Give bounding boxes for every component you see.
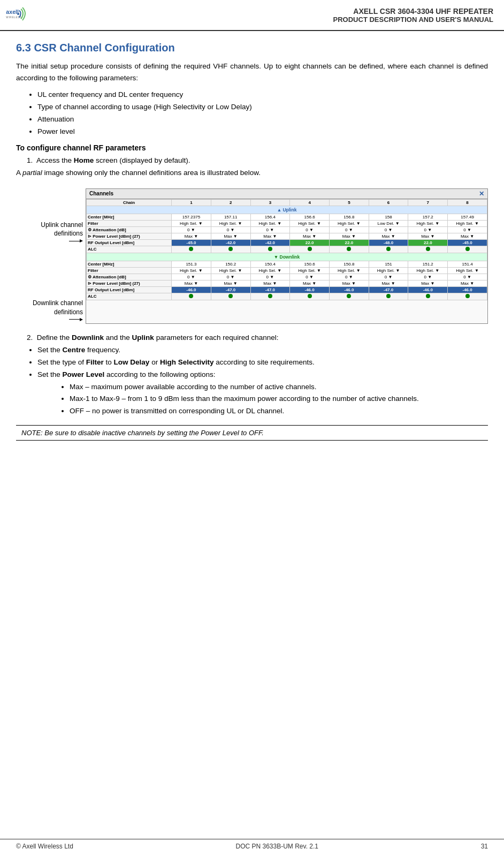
dl-filter-6[interactable]: High Sel. ▼ bbox=[369, 267, 408, 274]
dl-atten-4[interactable]: 0 ▼ bbox=[290, 274, 330, 280]
dl-atten-7[interactable]: 0 ▼ bbox=[408, 274, 448, 280]
dl-atten-6[interactable]: 0 ▼ bbox=[369, 274, 408, 280]
ul-rf-2: -42.0 bbox=[211, 239, 250, 246]
ul-power-2[interactable]: Max ▼ bbox=[211, 233, 250, 239]
step2-pre: Define the bbox=[37, 334, 72, 342]
ul-atten-row: ⚙ Attenuation [dB] 0 ▼ 0 ▼ 0 ▼ 0 ▼ 0 ▼ 0… bbox=[87, 226, 487, 233]
dl-atten-1[interactable]: 0 ▼ bbox=[172, 274, 211, 280]
ul-filter-8[interactable]: High Sel. ▼ bbox=[448, 220, 487, 226]
step2-uplink-bold: Uplink bbox=[132, 334, 154, 342]
ul-atten-label: ⚙ Attenuation [dB] bbox=[87, 226, 172, 233]
ul-power-3[interactable]: Max ▼ bbox=[250, 233, 290, 239]
ul-center-row: Center [MHz] 157.2375 157.11 156.4 156.6… bbox=[87, 214, 487, 220]
s2b2-pre: Set the type of bbox=[37, 358, 86, 366]
ul-power-7[interactable]: Max ▼ bbox=[408, 233, 448, 239]
note-text: NOTE: Be sure to disable inactive channe… bbox=[21, 429, 264, 437]
dl-filter-3[interactable]: High Sel. ▼ bbox=[250, 267, 290, 274]
header-title2: PRODUCT DESCRIPTION AND USER'S MANUAL bbox=[333, 16, 493, 24]
ul-rf-4: 22.0 bbox=[290, 239, 330, 246]
step2-bullet-3: Set the Power Level according to the fol… bbox=[37, 369, 488, 418]
close-icon[interactable]: ✕ bbox=[479, 190, 484, 198]
ul-power-8[interactable]: Max ▼ bbox=[448, 233, 487, 239]
page-header: axell WIRELESS AXELL CSR 3604-3304 UHF R… bbox=[0, 0, 504, 31]
ul-filter-3[interactable]: High Sel. ▼ bbox=[250, 220, 290, 226]
header-title-block: AXELL CSR 3604-3304 UHF REPEATER PRODUCT… bbox=[333, 7, 493, 24]
ul-filter-4[interactable]: High Sel. ▼ bbox=[290, 220, 330, 226]
ul-alc-7 bbox=[408, 246, 448, 253]
downlink-label-line1: Downlink channel bbox=[33, 299, 83, 307]
bullet-1: UL center frequency and DL center freque… bbox=[37, 89, 488, 101]
step1-pre: Access the bbox=[36, 156, 74, 164]
dl-power-1[interactable]: Max ▼ bbox=[172, 280, 211, 286]
ul-atten-7[interactable]: 0 ▼ bbox=[408, 226, 448, 233]
ul-power-4[interactable]: Max ▼ bbox=[290, 233, 330, 239]
dl-filter-5[interactable]: High Sel. ▼ bbox=[329, 267, 369, 274]
dl-power-7[interactable]: Max ▼ bbox=[408, 280, 448, 286]
ul-atten-6[interactable]: 0 ▼ bbox=[369, 226, 408, 233]
diagram-labels: Uplink channel definitions Downlink chan… bbox=[16, 188, 86, 324]
dl-power-row: ⊳ Power Level [dBm] (27) Max ▼ Max ▼ Max… bbox=[87, 280, 487, 286]
dl-power-6[interactable]: Max ▼ bbox=[369, 280, 408, 286]
uplink-label-line1: Uplink channel bbox=[41, 221, 83, 229]
s2b2-bold: Filter bbox=[86, 358, 104, 366]
dl-section-row: ▼ Downlink bbox=[87, 253, 487, 261]
ul-atten-1[interactable]: 0 ▼ bbox=[172, 226, 211, 233]
dl-atten-3[interactable]: 0 ▼ bbox=[250, 274, 290, 280]
dl-filter-7[interactable]: High Sel. ▼ bbox=[408, 267, 448, 274]
ul-atten-5[interactable]: 0 ▼ bbox=[329, 226, 369, 233]
ul-filter-2[interactable]: High Sel. ▼ bbox=[211, 220, 250, 226]
dl-rf-5: -46.0 bbox=[329, 286, 369, 293]
dl-center-label: Center [MHz] bbox=[87, 261, 172, 267]
dl-power-5[interactable]: Max ▼ bbox=[329, 280, 369, 286]
dl-atten-2[interactable]: 0 ▼ bbox=[211, 274, 250, 280]
uplink-label-block: Uplink channel definitions bbox=[16, 221, 83, 243]
step2-intro-text: 2. Define the Downlink and the Uplink pa… bbox=[27, 334, 488, 342]
ul-filter-1[interactable]: High Sel. ▼ bbox=[172, 220, 211, 226]
dl-atten-8[interactable]: 0 ▼ bbox=[448, 274, 487, 280]
step2-and: and the bbox=[104, 334, 132, 342]
ul-atten-4[interactable]: 0 ▼ bbox=[290, 226, 330, 233]
ul-center-4: 156.6 bbox=[290, 214, 330, 220]
dl-filter-1[interactable]: High Sel. ▼ bbox=[172, 267, 211, 274]
col-5: 5 bbox=[329, 199, 369, 206]
ul-alc-1 bbox=[172, 246, 211, 253]
ul-filter-7[interactable]: High Sel. ▼ bbox=[408, 220, 448, 226]
ul-filter-6[interactable]: Low Del. ▼ bbox=[369, 220, 408, 226]
partial-caption: A partial image showing only the channel… bbox=[16, 167, 488, 179]
ul-atten-8[interactable]: 0 ▼ bbox=[448, 226, 487, 233]
configure-heading: To configure channel RF parameters bbox=[16, 143, 488, 152]
dl-alc-4 bbox=[290, 293, 330, 300]
dl-rf-3: -47.0 bbox=[250, 286, 290, 293]
col-6: 6 bbox=[369, 199, 408, 206]
ul-rfoutput-label: RF Output Level [dBm] bbox=[87, 239, 172, 246]
dl-atten-5[interactable]: 0 ▼ bbox=[329, 274, 369, 280]
ul-atten-3[interactable]: 0 ▼ bbox=[250, 226, 290, 233]
step1-bold: Home bbox=[74, 156, 94, 164]
channel-table-wrapper: Channels ✕ Chain 1 2 3 4 5 6 7 8 bbox=[86, 188, 488, 324]
ul-filter-5[interactable]: High Sel. ▼ bbox=[329, 220, 369, 226]
s2b2-bold2: Low Delay bbox=[114, 358, 150, 366]
dl-filter-4[interactable]: High Sel. ▼ bbox=[290, 267, 330, 274]
note-box: NOTE: Be sure to disable inactive channe… bbox=[16, 425, 488, 441]
dl-power-3[interactable]: Max ▼ bbox=[250, 280, 290, 286]
step2-text: parameters for each required channel: bbox=[154, 334, 279, 342]
dl-alc-5 bbox=[329, 293, 369, 300]
ul-power-5[interactable]: Max ▼ bbox=[329, 233, 369, 239]
step2-downlink-bold: Downlink bbox=[72, 334, 104, 342]
partial-italic: partial bbox=[22, 169, 42, 177]
step2-bullets: Set the Centre frequency. Set the type o… bbox=[37, 344, 488, 418]
dl-power-2[interactable]: Max ▼ bbox=[211, 280, 250, 286]
ul-power-6[interactable]: Max ▼ bbox=[369, 233, 408, 239]
dl-center-5: 150.8 bbox=[329, 261, 369, 267]
dl-alc-label: ALC bbox=[87, 293, 172, 300]
dl-filter-2[interactable]: High Sel. ▼ bbox=[211, 267, 250, 274]
dl-power-8[interactable]: Max ▼ bbox=[448, 280, 487, 286]
dl-rf-4: -46.0 bbox=[290, 286, 330, 293]
ul-alc-label: ALC bbox=[87, 246, 172, 253]
dl-filter-8[interactable]: High Sel. ▼ bbox=[448, 267, 487, 274]
dl-power-4[interactable]: Max ▼ bbox=[290, 280, 330, 286]
ul-filter-label: Filter bbox=[87, 220, 172, 226]
ul-power-1[interactable]: Max ▼ bbox=[172, 233, 211, 239]
ul-atten-2[interactable]: 0 ▼ bbox=[211, 226, 250, 233]
ul-rf-7: 22.0 bbox=[408, 239, 448, 246]
